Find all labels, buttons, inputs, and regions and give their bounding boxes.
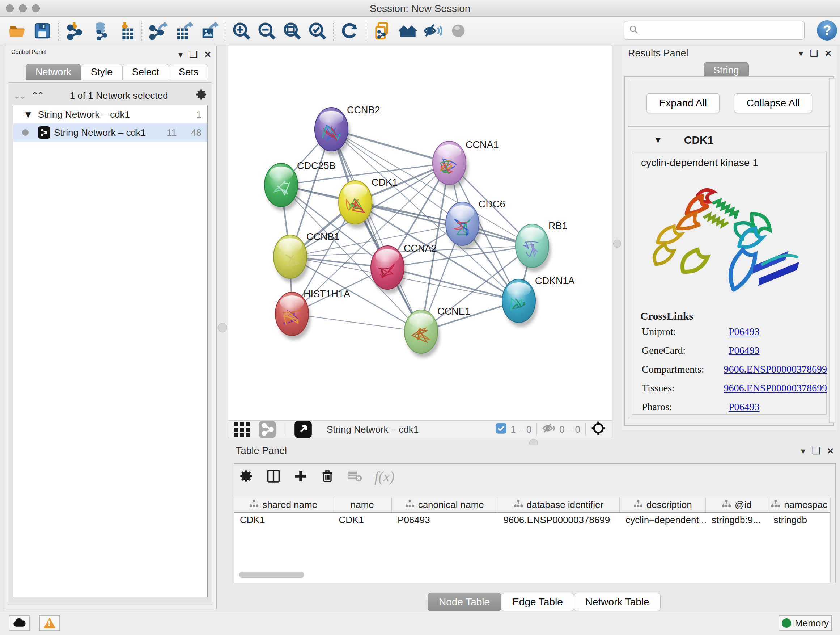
network-node-CDC6 — [446, 202, 479, 245]
import-network-icon[interactable] — [65, 21, 85, 41]
zoom-fit-icon[interactable] — [282, 21, 302, 41]
table-cell[interactable]: stringdb — [768, 513, 831, 527]
table-panel-close-icon[interactable]: ✕ — [827, 446, 834, 456]
toolbar-separator — [58, 21, 59, 41]
expand-all-button[interactable]: Expand All — [646, 93, 720, 113]
gene-collapse-triangle-icon[interactable]: ▼ — [654, 135, 662, 145]
import-table-icon[interactable] — [115, 21, 136, 41]
search-input[interactable] — [639, 25, 798, 36]
export-network-icon[interactable] — [148, 21, 168, 41]
results-panel-float-icon[interactable]: ❑ — [810, 48, 818, 59]
show-all-icon[interactable] — [448, 21, 469, 41]
help-button[interactable]: ? — [817, 20, 837, 41]
crosslink-link[interactable]: 9606.ENSP00000378699 — [724, 363, 827, 375]
collapse-all-chevron-icon[interactable]: ⌄⌄ — [13, 90, 25, 101]
table-cell[interactable]: P06493 — [392, 513, 497, 527]
tab-select[interactable]: Select — [122, 64, 169, 80]
column-header-database-identifier[interactable]: database identifier — [497, 497, 620, 512]
first-neighbors-houses-icon[interactable] — [398, 21, 418, 41]
duplicate-network-icon[interactable] — [372, 21, 393, 41]
tab-network[interactable]: Network — [26, 64, 81, 80]
column-header--id[interactable]: @id — [706, 497, 767, 512]
left-splitter-handle[interactable] — [218, 323, 227, 333]
zoom-in-icon[interactable] — [231, 21, 251, 41]
column-header-canonical-name[interactable]: canonical name — [392, 497, 497, 512]
right-splitter-handle[interactable] — [613, 240, 621, 248]
warnings-button[interactable] — [39, 615, 60, 631]
tab-edge-table[interactable]: Edge Table — [501, 593, 574, 611]
hide-selected-icon[interactable] — [423, 21, 443, 41]
network-edge — [292, 314, 421, 332]
string-view-icon[interactable] — [257, 419, 278, 440]
memory-button[interactable]: Memory — [778, 615, 832, 631]
tab-network-table[interactable]: Network Table — [574, 593, 660, 611]
tab-style[interactable]: Style — [81, 64, 122, 80]
left-splitter[interactable] — [216, 46, 228, 609]
refresh-view-icon[interactable] — [340, 21, 360, 41]
export-table-icon[interactable] — [173, 21, 194, 41]
table-panel-float-icon[interactable]: ❑ — [812, 445, 820, 456]
column-header-description[interactable]: description — [620, 497, 706, 512]
network-canvas[interactable]: CCNB2CCNA1CDC25BCDK1CDC6RB1CCNB1CCNA2CDK… — [228, 46, 612, 421]
tab-sets[interactable]: Sets — [169, 64, 208, 80]
collapse-all-button[interactable]: Collapse All — [734, 93, 812, 113]
results-button-row: Expand All Collapse All — [628, 80, 831, 127]
crosslink-link[interactable]: P06493 — [729, 345, 760, 356]
open-session-folder-icon[interactable] — [7, 21, 27, 41]
crosslink-link[interactable]: 9606.ENSP00000378699 — [724, 382, 827, 394]
results-panel-collapse-icon[interactable]: ▾ — [799, 49, 803, 59]
collection-expand-triangle-icon[interactable]: ▼ — [24, 109, 33, 120]
crosslink-label: Compartments: — [642, 363, 724, 375]
birdseye-view-icon[interactable] — [293, 419, 313, 440]
export-image-icon[interactable] — [199, 21, 219, 41]
table-cell[interactable]: CDK1 — [333, 513, 392, 527]
selection-mode-crosshair-icon[interactable] — [591, 421, 606, 439]
network-row[interactable]: String Network – cdk1 11 48 — [13, 124, 207, 141]
right-splitter[interactable] — [612, 46, 622, 428]
cloud-button[interactable] — [9, 615, 30, 631]
column-header-name[interactable]: name — [333, 497, 392, 512]
crosslink-link[interactable]: P06493 — [729, 401, 760, 413]
node-label-CDC25B: CDC25B — [297, 160, 336, 171]
network-collection-row[interactable]: ▼ String Network – cdk1 1 — [13, 105, 207, 124]
gene-description: cyclin-dependent kinase 1 — [641, 157, 826, 169]
function-builder-fx-icon[interactable]: f(x) — [374, 468, 395, 485]
control-panel-close-icon[interactable]: ✕ — [204, 50, 211, 60]
tab-node-table[interactable]: Node Table — [428, 593, 501, 611]
expand-all-chevron-icon[interactable]: ⌃⌃ — [31, 90, 43, 101]
select-columns-icon[interactable] — [266, 469, 281, 485]
crosslink-row: GeneCard: P06493 — [642, 345, 827, 356]
hidden-eye-slash-icon[interactable] — [542, 421, 556, 438]
table-panel-collapse-icon[interactable]: ▾ — [801, 446, 805, 456]
crosslink-row: Uniprot: P06493 — [642, 326, 827, 337]
import-network-database-icon[interactable] — [90, 21, 111, 41]
results-panel-close-icon[interactable]: ✕ — [824, 49, 832, 59]
column-header-shared-name[interactable]: shared name — [234, 497, 333, 512]
network-options-gear-icon[interactable] — [195, 88, 208, 103]
delete-table-icon[interactable] — [347, 469, 362, 485]
table-cell[interactable]: cyclin–dependent ... — [620, 513, 706, 527]
results-scrollbar[interactable] — [829, 78, 835, 423]
table-hscrollbar-thumb[interactable] — [239, 572, 304, 578]
node-label-CDC6: CDC6 — [478, 199, 505, 210]
selected-checkbox-icon[interactable] — [495, 423, 507, 437]
control-panel-float-icon[interactable]: ❑ — [189, 49, 197, 60]
crosslink-link[interactable]: P06493 — [729, 326, 760, 337]
add-column-plus-icon[interactable] — [294, 469, 308, 485]
grid-view-icon[interactable] — [232, 419, 252, 440]
table-vscrollbar[interactable] — [830, 497, 835, 583]
zoom-out-icon[interactable] — [256, 21, 277, 41]
delete-column-trash-icon[interactable] — [320, 469, 335, 485]
table-row[interactable]: CDK1CDK1P064939606.ENSP00000378699cyclin… — [234, 513, 831, 527]
table-settings-gear-icon[interactable] — [239, 469, 254, 485]
table-cell[interactable]: 9606.ENSP00000378699 — [497, 513, 620, 527]
column-header-namespac[interactable]: namespac — [768, 497, 831, 512]
save-session-icon[interactable] — [32, 21, 52, 41]
control-panel-collapse-icon[interactable]: ▾ — [178, 50, 183, 60]
table-cell[interactable]: stringdb:9... — [706, 513, 767, 527]
search-box[interactable] — [624, 21, 805, 40]
zoom-selected-icon[interactable] — [307, 21, 327, 41]
network-node-CCNE1 — [404, 310, 438, 353]
table-cell[interactable]: CDK1 — [234, 513, 333, 527]
node-label-CCNA1: CCNA1 — [466, 139, 499, 150]
